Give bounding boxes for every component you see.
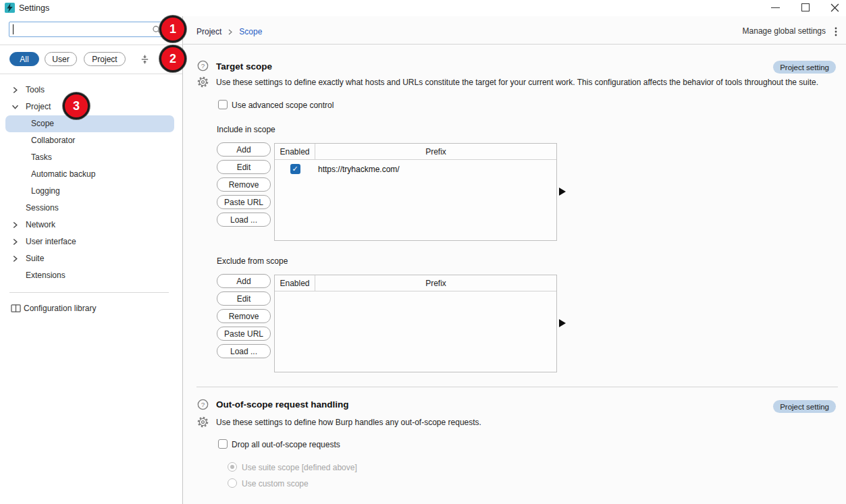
advanced-scope-label: Use advanced scope control bbox=[232, 101, 334, 110]
drop-out-of-scope-checkbox[interactable] bbox=[218, 439, 228, 449]
suite-scope-radio bbox=[228, 462, 237, 472]
include-in-scope-label: Include in scope bbox=[217, 125, 275, 134]
sidebar-item-automatic-backup[interactable]: Automatic backup bbox=[0, 166, 182, 183]
svg-text:?: ? bbox=[201, 62, 205, 69]
sidebar-item-tasks[interactable]: Tasks bbox=[0, 149, 182, 166]
sidebar-item-suite[interactable]: Suite bbox=[0, 250, 182, 267]
table-header: Enabled Prefix bbox=[275, 144, 556, 160]
custom-scope-radio-label: Use custom scope bbox=[242, 479, 309, 488]
sidebar-item-tools[interactable]: Tools bbox=[0, 82, 182, 99]
sidebar-item-label: Suite bbox=[26, 250, 44, 267]
column-header-enabled: Enabled bbox=[275, 275, 315, 291]
minimize-button[interactable] bbox=[768, 1, 782, 15]
panel-divider bbox=[182, 16, 183, 504]
chevron-right-icon[interactable] bbox=[12, 222, 18, 228]
section-description: Use these settings to define exactly wha… bbox=[216, 78, 835, 87]
maximize-button[interactable] bbox=[799, 1, 812, 15]
breadcrumb: Project Scope bbox=[196, 26, 262, 37]
custom-scope-radio bbox=[228, 478, 237, 488]
sidebar-item-label: User interface bbox=[26, 233, 76, 250]
sidebar-item-user-interface[interactable]: User interface bbox=[0, 233, 182, 250]
sidebar-item-label: Sessions bbox=[26, 200, 59, 217]
close-icon bbox=[830, 3, 839, 12]
breadcrumb-project[interactable]: Project bbox=[196, 27, 221, 36]
sidebar-item-sessions[interactable]: Sessions bbox=[0, 200, 182, 217]
sidebar-item-label: Collaborator bbox=[31, 132, 75, 149]
chevron-right-icon bbox=[228, 29, 233, 35]
annotation-marker-2: 2 bbox=[159, 45, 186, 72]
divider bbox=[196, 387, 838, 387]
exclude-edit-button[interactable]: Edit bbox=[217, 291, 271, 306]
svg-text:?: ? bbox=[201, 401, 205, 408]
column-header-prefix: Prefix bbox=[315, 275, 556, 291]
sidebar-item-label: Tools bbox=[26, 82, 45, 99]
include-load-button[interactable]: Load ... bbox=[217, 213, 271, 227]
column-header-prefix: Prefix bbox=[315, 144, 556, 159]
pointer-arrow-marker bbox=[559, 188, 566, 196]
annotation-marker-1: 1 bbox=[159, 16, 186, 43]
exclude-load-button[interactable]: Load ... bbox=[217, 344, 271, 358]
sidebar-item-scope[interactable]: Scope bbox=[0, 115, 182, 132]
column-header-enabled: Enabled bbox=[275, 144, 315, 159]
chevron-right-icon[interactable] bbox=[12, 256, 18, 262]
settings-window: Settings All User Project Tools Project … bbox=[0, 0, 846, 504]
filter-project-button[interactable]: Project bbox=[84, 52, 126, 66]
gear-icon bbox=[196, 76, 209, 90]
configuration-library-label: Configuration library bbox=[24, 301, 96, 316]
divider bbox=[9, 292, 169, 293]
gear-icon bbox=[196, 416, 209, 430]
chevron-right-icon[interactable] bbox=[12, 87, 18, 93]
window-title: Settings bbox=[19, 3, 49, 13]
enabled-checkbox-checked[interactable] bbox=[290, 164, 300, 174]
project-setting-badge: Project setting bbox=[773, 400, 836, 413]
collapse-all-icon[interactable] bbox=[140, 54, 150, 67]
annotation-marker-3: 3 bbox=[63, 92, 90, 119]
divider bbox=[0, 74, 182, 74]
settings-search-input[interactable] bbox=[9, 22, 164, 37]
burp-logo-icon bbox=[5, 3, 15, 13]
sidebar-item-extensions[interactable]: Extensions bbox=[0, 267, 182, 284]
library-book-icon bbox=[11, 304, 21, 315]
chevron-right-icon[interactable] bbox=[12, 239, 18, 245]
sidebar-item-network[interactable]: Network bbox=[0, 217, 182, 233]
help-icon[interactable]: ? bbox=[197, 399, 209, 412]
sidebar-item-logging[interactable]: Logging bbox=[0, 183, 182, 200]
suite-scope-radio-label: Use suite scope [defined above] bbox=[242, 463, 357, 472]
advanced-scope-checkbox[interactable] bbox=[218, 100, 228, 109]
kebab-menu-icon[interactable] bbox=[831, 27, 841, 38]
manage-global-settings-button[interactable]: Manage global settings bbox=[743, 26, 826, 36]
sidebar-item-label: Scope bbox=[31, 115, 54, 132]
minimize-icon bbox=[771, 7, 780, 8]
sidebar-item-label: Automatic backup bbox=[31, 166, 95, 183]
help-icon[interactable]: ? bbox=[197, 60, 209, 74]
text-caret bbox=[13, 24, 14, 34]
exclude-from-scope-label: Exclude from scope bbox=[217, 256, 288, 266]
sidebar-item-label: Project bbox=[26, 99, 51, 115]
exclude-paste-url-button[interactable]: Paste URL bbox=[217, 327, 271, 341]
exclude-add-button[interactable]: Add bbox=[217, 274, 271, 288]
breadcrumb-scope[interactable]: Scope bbox=[239, 27, 262, 36]
include-paste-url-button[interactable]: Paste URL bbox=[217, 195, 271, 209]
pointer-arrow-marker bbox=[559, 319, 566, 327]
section-title-target-scope: Target scope bbox=[216, 61, 272, 72]
close-button[interactable] bbox=[828, 1, 841, 15]
include-edit-button[interactable]: Edit bbox=[217, 160, 271, 174]
section-title-out-of-scope: Out-of-scope request handling bbox=[216, 399, 349, 410]
exclude-remove-button[interactable]: Remove bbox=[217, 309, 271, 323]
chevron-down-icon[interactable] bbox=[12, 104, 18, 110]
sidebar-item-label: Extensions bbox=[26, 267, 65, 284]
divider bbox=[182, 44, 846, 45]
project-setting-badge: Project setting bbox=[773, 61, 836, 74]
include-remove-button[interactable]: Remove bbox=[217, 177, 271, 192]
filter-user-button[interactable]: User bbox=[45, 52, 77, 66]
sidebar-item-label: Tasks bbox=[31, 149, 52, 166]
sidebar-item-project[interactable]: Project bbox=[0, 99, 182, 115]
include-add-button[interactable]: Add bbox=[217, 142, 271, 157]
section-description: Use these settings to define how Burp ha… bbox=[216, 418, 835, 427]
sidebar-item-label: Network bbox=[26, 217, 55, 233]
table-row[interactable]: https://tryhackme.com/ bbox=[275, 160, 556, 178]
configuration-library-button[interactable]: Configuration library bbox=[0, 301, 182, 316]
sidebar-item-collaborator[interactable]: Collaborator bbox=[0, 132, 182, 149]
exclude-scope-table: Enabled Prefix bbox=[274, 275, 557, 372]
filter-all-button[interactable]: All bbox=[9, 52, 39, 66]
